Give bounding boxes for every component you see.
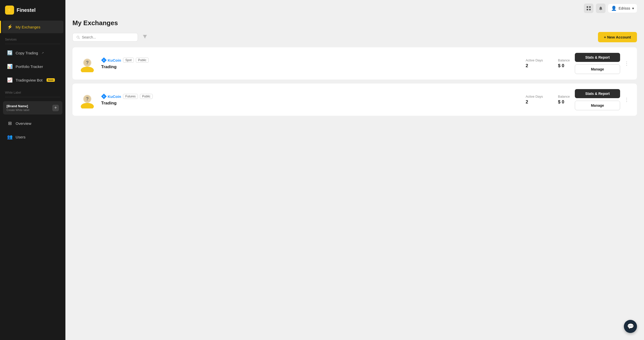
- svg-text:?: ?: [86, 60, 89, 65]
- manage-button[interactable]: Manage: [575, 101, 620, 110]
- page-content: My Exchanges + New Account: [65, 17, 644, 340]
- stats-report-button[interactable]: Stats & Report: [575, 89, 620, 98]
- exchange-actions: Stats & Report Manage: [575, 89, 620, 110]
- sidebar: ⚡ Finestel ⚡ My Exchanges Services 🔄 Cop…: [0, 0, 65, 340]
- active-days-stat: Active Days 2: [526, 58, 543, 68]
- services-section-label: Services: [0, 34, 65, 43]
- external-link-icon: ↗: [42, 51, 44, 55]
- brand-name: [Brand Name]: [7, 104, 29, 108]
- sidebar-item-label: My Exchanges: [16, 25, 40, 29]
- bell-icon: [598, 6, 603, 11]
- svg-point-7: [81, 67, 94, 72]
- avatar-image: ?: [78, 91, 96, 108]
- exchange-actions: Stats & Report Manage: [575, 53, 620, 74]
- active-days-value: 2: [526, 99, 543, 105]
- app-logo[interactable]: ⚡ Finestel: [0, 0, 65, 20]
- soon-badge: Soon: [47, 78, 55, 82]
- kucoin-logo: K KuCoin: [101, 94, 121, 99]
- chat-bubble-button[interactable]: 💬: [624, 320, 637, 333]
- sidebar-item-copy-trading[interactable]: 🔄 Copy Trading ↗: [2, 47, 63, 59]
- copy-trading-icon: 🔄: [7, 50, 13, 56]
- app-name: Finestel: [17, 7, 36, 13]
- exchange-meta: K KuCoin Spot Public Trading: [101, 57, 521, 69]
- kucoin-icon: K: [101, 57, 107, 63]
- users-icon: 👥: [7, 134, 13, 140]
- header-grid-button[interactable]: [584, 4, 593, 13]
- header: 👤 Edrisss ▾: [65, 0, 644, 17]
- search-input[interactable]: [82, 35, 134, 39]
- more-options-button[interactable]: ⋮: [623, 60, 631, 66]
- search-icon: [76, 35, 80, 39]
- svg-text:?: ?: [86, 96, 89, 101]
- exchange-stats: Active Days 2 Balance $ 0: [526, 58, 570, 68]
- exchange-brand: KuCoin: [108, 94, 121, 99]
- sidebar-item-label: Tradingview Bot: [16, 78, 43, 82]
- grid-icon: [586, 6, 591, 11]
- balance-stat: Balance $ 0: [558, 95, 570, 105]
- exchanges-icon: ⚡: [7, 24, 13, 30]
- portfolio-icon: 📊: [7, 64, 13, 69]
- sidebar-item-users[interactable]: 👥 Users: [2, 131, 63, 143]
- sidebar-item-overview[interactable]: ⊞ Overview: [2, 117, 63, 130]
- svg-rect-2: [587, 9, 588, 10]
- stats-report-button[interactable]: Stats & Report: [575, 53, 620, 62]
- active-days-stat: Active Days 2: [526, 95, 543, 105]
- svg-rect-3: [589, 9, 591, 10]
- active-days-label: Active Days: [526, 58, 543, 62]
- exchange-avatar: ?: [78, 91, 96, 108]
- svg-text:K: K: [103, 59, 105, 61]
- white-label-info: [Brand Name] Create White label: [7, 104, 29, 111]
- account-type-tag: Futures: [123, 94, 138, 99]
- header-notification-button[interactable]: [596, 4, 606, 13]
- exchange-brand: KuCoin: [108, 58, 121, 62]
- sidebar-item-label: Overview: [16, 121, 31, 126]
- overview-icon: ⊞: [7, 121, 13, 126]
- user-avatar-icon: 👤: [611, 6, 617, 11]
- account-name: Trading: [101, 64, 521, 69]
- kucoin-icon: K: [101, 94, 107, 99]
- page-title: My Exchanges: [72, 19, 637, 27]
- exchange-tags: K KuCoin Spot Public: [101, 57, 521, 63]
- manage-button[interactable]: Manage: [575, 64, 620, 74]
- balance-label: Balance: [558, 95, 570, 98]
- exchange-card: ? K KuCoin: [72, 47, 637, 80]
- main-content: 👤 Edrisss ▾ My Exchanges + New Accoun: [65, 0, 644, 340]
- more-options-button[interactable]: ⋮: [623, 97, 631, 103]
- active-days-label: Active Days: [526, 95, 543, 98]
- exchange-actions-group: Stats & Report Manage ⋮: [575, 53, 631, 74]
- sidebar-item-portfolio-tracker[interactable]: 📊 Portfolio Tracker: [2, 60, 63, 73]
- user-menu[interactable]: 👤 Edrisss ▾: [608, 4, 637, 13]
- svg-point-12: [81, 103, 94, 108]
- exchange-meta: K KuCoin Futures Public Trading: [101, 94, 521, 106]
- sidebar-item-label: Copy Trading: [16, 51, 38, 55]
- search-box[interactable]: [72, 33, 138, 42]
- new-account-button[interactable]: + New Account: [598, 32, 637, 42]
- account-type-tag: Spot: [123, 58, 134, 63]
- white-label-section-label: White Label: [0, 87, 65, 96]
- exchange-tags: K KuCoin Futures Public: [101, 94, 521, 99]
- services-divider: [5, 44, 60, 44]
- sidebar-item-my-exchanges[interactable]: ⚡ My Exchanges: [2, 21, 63, 33]
- exchange-stats: Active Days 2 Balance $ 0: [526, 95, 570, 105]
- visibility-tag: Public: [136, 58, 149, 63]
- svg-line-5: [79, 38, 79, 39]
- sidebar-item-tradingview-bot[interactable]: 📈 Tradingview Bot Soon: [2, 74, 63, 86]
- balance-value: $ 0: [558, 63, 570, 68]
- exchange-card: ? K KuCoin Futu: [72, 84, 637, 116]
- exchange-actions-group: Stats & Report Manage ⋮: [575, 89, 631, 110]
- active-days-value: 2: [526, 63, 543, 68]
- balance-label: Balance: [558, 58, 570, 62]
- svg-rect-1: [589, 6, 591, 8]
- sidebar-item-label: Portfolio Tracker: [16, 64, 43, 69]
- chevron-down-icon: ▾: [632, 6, 634, 10]
- white-label-plus-icon[interactable]: +: [52, 105, 59, 111]
- filter-button[interactable]: [141, 32, 149, 42]
- logo-icon: ⚡: [5, 6, 14, 15]
- balance-value: $ 0: [558, 99, 570, 105]
- white-label-box[interactable]: [Brand Name] Create White label +: [3, 101, 62, 115]
- exchange-avatar: ?: [78, 55, 96, 72]
- exchange-info: K KuCoin Futures Public Trading Active D…: [101, 94, 570, 106]
- account-name: Trading: [101, 101, 521, 106]
- kucoin-logo: K KuCoin: [101, 57, 121, 63]
- create-white-label-text: Create White label: [7, 108, 29, 111]
